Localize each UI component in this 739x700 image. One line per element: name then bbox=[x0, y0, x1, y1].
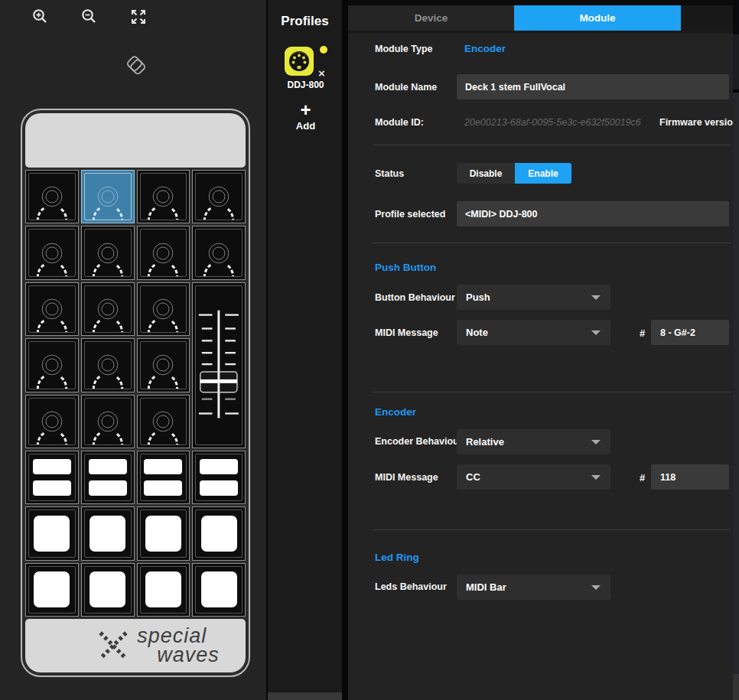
encoder-glyph bbox=[28, 341, 76, 389]
disable-button[interactable]: Disable bbox=[457, 163, 515, 184]
cc-number-input[interactable] bbox=[651, 464, 729, 490]
fullscreen-icon bbox=[129, 8, 148, 26]
encoder-glyph bbox=[139, 285, 187, 333]
device-screen[interactable] bbox=[25, 113, 246, 168]
profile-name[interactable]: DDJ-800 bbox=[268, 80, 343, 90]
scrollbar-thumb[interactable] bbox=[733, 34, 739, 93]
module-cell-encoder[interactable] bbox=[137, 338, 190, 392]
encoder-glyph bbox=[84, 398, 132, 445]
midi-message-dropdown[interactable]: Note bbox=[457, 320, 610, 345]
module-cell-encoder[interactable] bbox=[137, 226, 190, 279]
note-number-input[interactable] bbox=[651, 320, 729, 345]
chevron-down-icon bbox=[591, 585, 601, 590]
scrollbar bbox=[733, 0, 739, 700]
module-cell-encoder[interactable] bbox=[25, 226, 79, 279]
module-cell-fader[interactable] bbox=[192, 282, 246, 448]
divider bbox=[373, 529, 731, 530]
canvas-panel: special waves bbox=[0, 0, 265, 700]
dual-button-glyph bbox=[200, 459, 238, 496]
dual-button-glyph bbox=[144, 459, 182, 496]
controller-mockup: special waves bbox=[21, 109, 250, 677]
tab-bar: Device Module bbox=[348, 5, 733, 31]
zoom-out-icon bbox=[80, 8, 99, 26]
module-cell-encoder[interactable] bbox=[25, 395, 79, 448]
settings-panel: Device Module Module Type Encoder Module… bbox=[348, 5, 733, 700]
tab-module[interactable]: Module bbox=[514, 5, 681, 31]
plus-icon: + bbox=[268, 103, 343, 118]
module-id-value: 20e00213-68af-0095-5e3c-e632f50019c6 bbox=[464, 117, 641, 128]
zoom-in-button[interactable] bbox=[31, 8, 50, 26]
pad-button-glyph bbox=[145, 516, 181, 552]
hash-label: # bbox=[640, 327, 645, 339]
module-cell-encoder[interactable] bbox=[25, 170, 79, 223]
midi-profile-icon[interactable] bbox=[285, 47, 314, 76]
app-window: special waves Profiles bbox=[0, 0, 739, 700]
module-cell-encoder[interactable] bbox=[137, 170, 190, 223]
panel-gap bbox=[342, 0, 348, 700]
cc-message-dropdown[interactable]: CC bbox=[457, 464, 610, 490]
rotate-device-button[interactable] bbox=[123, 53, 149, 79]
module-cell-encoder[interactable] bbox=[81, 395, 135, 448]
module-cell-button[interactable] bbox=[25, 506, 79, 560]
encoder-behaviour-dropdown[interactable]: Relative bbox=[457, 429, 610, 454]
led-ring-section-title: Led Ring bbox=[375, 552, 419, 563]
tab-bar-divider bbox=[348, 31, 733, 34]
encoder-behaviour-label: Encoder Behaviour bbox=[375, 436, 463, 447]
encoder-glyph bbox=[139, 341, 187, 389]
module-cell-encoder[interactable] bbox=[137, 282, 190, 336]
dual-button-glyph bbox=[33, 459, 71, 496]
module-type-label: Module Type bbox=[375, 44, 432, 54]
module-type-value: Encoder bbox=[464, 43, 506, 54]
module-grid bbox=[25, 170, 246, 617]
module-name-input[interactable] bbox=[457, 74, 729, 99]
scrollbar-top bbox=[733, 0, 739, 34]
module-cell-dual[interactable] bbox=[25, 451, 79, 504]
encoder-glyph bbox=[84, 341, 132, 389]
divider bbox=[373, 392, 731, 392]
module-cell-button[interactable] bbox=[25, 563, 79, 617]
status-label: Status bbox=[375, 168, 404, 179]
chevron-down-icon bbox=[591, 440, 601, 444]
fader-glyph bbox=[193, 283, 245, 448]
scrollbar-bottom bbox=[733, 674, 739, 700]
module-cell-encoder[interactable] bbox=[25, 338, 79, 392]
leds-behaviour-dropdown[interactable]: MIDI Bar bbox=[457, 575, 610, 600]
encoder-glyph bbox=[28, 230, 76, 277]
encoder-glyph bbox=[139, 230, 187, 277]
profile-status-dot bbox=[320, 46, 327, 54]
module-cell-button[interactable] bbox=[137, 563, 190, 617]
module-cell-encoder[interactable] bbox=[81, 338, 135, 392]
module-cell-dual[interactable] bbox=[192, 451, 246, 504]
profile-close-icon[interactable]: × bbox=[318, 67, 325, 80]
module-cell-encoder[interactable] bbox=[192, 170, 246, 223]
module-cell-button[interactable] bbox=[81, 506, 135, 560]
add-profile-button[interactable]: + Add bbox=[268, 103, 343, 132]
module-cell-button[interactable] bbox=[137, 506, 190, 560]
pad-button-glyph bbox=[34, 516, 70, 552]
enable-button[interactable]: Enable bbox=[515, 163, 571, 184]
module-cell-button[interactable] bbox=[192, 506, 246, 560]
encoder-glyph bbox=[28, 398, 76, 445]
chevron-down-icon bbox=[591, 330, 601, 335]
module-cell-encoder[interactable] bbox=[137, 395, 190, 448]
encoder-glyph bbox=[195, 173, 243, 220]
button-behaviour-label: Button Behaviour bbox=[375, 292, 455, 303]
module-cell-dual[interactable] bbox=[137, 451, 190, 504]
module-cell-encoder-selected[interactable] bbox=[81, 170, 135, 223]
chevron-down-icon bbox=[591, 295, 601, 300]
module-cell-encoder[interactable] bbox=[25, 282, 79, 336]
profile-selected-input[interactable] bbox=[457, 201, 729, 226]
push-button-section-title: Push Button bbox=[375, 262, 436, 273]
zoom-out-button[interactable] bbox=[80, 8, 99, 26]
encoder-glyph bbox=[28, 173, 76, 220]
module-cell-encoder[interactable] bbox=[81, 226, 135, 279]
tab-device[interactable]: Device bbox=[348, 5, 514, 31]
module-cell-encoder[interactable] bbox=[192, 226, 246, 279]
module-cell-encoder[interactable] bbox=[81, 282, 135, 336]
module-cell-dual[interactable] bbox=[81, 451, 135, 504]
encoder-glyph bbox=[139, 173, 187, 220]
fullscreen-button[interactable] bbox=[129, 8, 148, 26]
module-cell-button[interactable] bbox=[192, 563, 246, 617]
module-cell-button[interactable] bbox=[81, 563, 135, 617]
button-behaviour-dropdown[interactable]: Push bbox=[457, 285, 610, 310]
